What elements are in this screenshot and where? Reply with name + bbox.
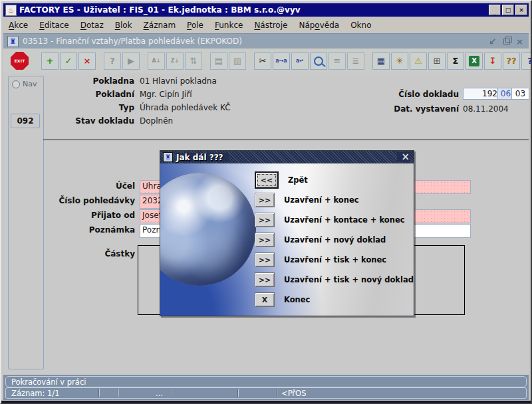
insert-record-icon[interactable]: + xyxy=(41,52,59,70)
help-icon[interactable]: ? xyxy=(521,52,532,70)
window-list-icon[interactable]: ▦ xyxy=(372,52,390,70)
export-icon-glyph: ↧ xyxy=(489,56,497,66)
mdi-minimize-icon[interactable]: ↙ xyxy=(489,37,496,46)
dialog-button-7[interactable]: X xyxy=(255,292,275,307)
status-separator xyxy=(118,389,119,397)
doc-number-part3[interactable]: 03 xyxy=(511,88,529,100)
status-ellipsis: ... xyxy=(156,388,163,398)
field-label-1: Pokladna xyxy=(50,76,134,86)
menu-item-editace[interactable]: Editace xyxy=(39,21,69,30)
copy-icon-glyph: a→a xyxy=(275,58,287,64)
menu-item-dotaz[interactable]: Dotaz xyxy=(80,21,104,30)
menu-item-funkce[interactable]: Funkce xyxy=(215,21,243,30)
dialog-icon: ♜ xyxy=(163,152,173,162)
sort-desc-icon[interactable]: Z↓ xyxy=(166,52,184,70)
dialog-button-label-4: Uzavření + nový doklad xyxy=(284,235,386,245)
context-help-icon-glyph: ?? xyxy=(506,56,516,66)
exit-button[interactable]: EXIT xyxy=(10,51,29,70)
menu-item-pole[interactable]: Pole xyxy=(187,21,203,30)
menu-item-nápověda[interactable]: Nápověda xyxy=(299,21,339,30)
execute-query-icon[interactable]: ▶ xyxy=(122,52,140,70)
separator-line xyxy=(43,140,529,140)
dialog-button-label-1: Zpět xyxy=(288,175,308,185)
menu-item-okno[interactable]: Okno xyxy=(350,21,371,30)
block-list-icon-glyph: ≡ xyxy=(334,56,341,66)
sum-icon[interactable]: Σ xyxy=(447,52,464,70)
status-separator xyxy=(172,389,172,397)
field-value-4: Doplněn xyxy=(140,116,173,126)
excel-icon[interactable]: X xyxy=(466,52,483,70)
find-icon[interactable] xyxy=(310,52,327,70)
dialog-action-row-2: >>Uzavření + konec xyxy=(255,191,359,209)
enter-query-icon[interactable]: ? xyxy=(104,52,121,70)
print-setup-icon[interactable]: ▥ xyxy=(229,52,246,70)
paste-icon-glyph: a↵ xyxy=(296,58,304,64)
dialog-button-3[interactable]: >> xyxy=(255,213,275,227)
dialog-button-6[interactable]: >> xyxy=(255,272,275,287)
issue-date-value: 08.11.2004 xyxy=(463,104,509,114)
paste-icon[interactable]: a↵ xyxy=(291,52,309,70)
status-separator xyxy=(238,389,239,397)
dialog-close-icon[interactable]: × xyxy=(397,152,410,162)
sort-asc-icon-glyph: A↓ xyxy=(152,58,161,64)
field-value-3: Úhrada pohledávek KČ xyxy=(140,103,231,112)
dialog-titlebar: ♜ Jak dál ??? × xyxy=(160,151,414,163)
dialog-button-2[interactable]: >> xyxy=(255,193,275,207)
dialog-button-label-6: Uzavření + tisk + nový doklad xyxy=(284,275,414,284)
mdi-window-title: 03513 - Finanční vztahy/Platba pohledáve… xyxy=(23,37,483,46)
detail-label-1: Účel xyxy=(15,181,135,191)
sort-asc-icon[interactable]: A↓ xyxy=(148,52,165,70)
enter-query-icon-glyph: ? xyxy=(110,56,115,66)
window-title: FACTORY ES - Uživatel : FIS_01 - Ek.jedn… xyxy=(19,5,487,15)
minimize-button[interactable]: _ xyxy=(489,5,501,15)
save-record-icon[interactable]: ✓ xyxy=(60,52,77,70)
dialog-body: <<Zpět>>Uzavření + konec>>Uzavření + kon… xyxy=(160,163,414,316)
close-button[interactable]: × xyxy=(515,5,527,15)
dialog-button-1[interactable]: << xyxy=(255,171,279,189)
menu-item-nástroje[interactable]: Nástroje xyxy=(254,21,287,30)
maximize-button[interactable]: □ xyxy=(502,5,514,15)
delete-record-icon[interactable]: × xyxy=(78,52,96,70)
nav-radio[interactable]: Nav xyxy=(12,80,37,88)
menu-item-akce[interactable]: Akce xyxy=(9,21,28,30)
print-setup-icon-glyph: ▥ xyxy=(233,56,241,66)
menu-item-blok[interactable]: Blok xyxy=(115,21,132,30)
sort-desc-icon-glyph: Z↓ xyxy=(171,58,180,64)
helm-icon[interactable]: ✳ xyxy=(391,52,408,70)
detail-label-3: Přijato od xyxy=(15,211,135,220)
mdi-restore-icon[interactable] xyxy=(503,39,510,45)
dialog-button-4[interactable]: >> xyxy=(255,233,275,247)
excel-glyph: X xyxy=(469,56,479,66)
toolbar: EXIT+✓×?▶A↓Z↓⇅▤▥✂a→aa↵≡≣▦✳⚠⊞ΣX↧??? xyxy=(3,49,529,74)
cut-icon-glyph: ✂ xyxy=(259,56,267,66)
context-help-icon[interactable]: ?? xyxy=(503,52,520,70)
print-icon[interactable]: ▤ xyxy=(210,52,227,70)
block-list-icon[interactable]: ≡ xyxy=(329,52,346,70)
dialog-button-label-7: Konec xyxy=(284,295,310,304)
dialog-button-5[interactable]: >> xyxy=(255,252,275,267)
export-icon[interactable]: ↧ xyxy=(484,52,501,70)
block-code-field[interactable]: 092 xyxy=(11,114,40,128)
dialog-action-row-3: >>Uzavření + kontace + konec xyxy=(255,211,405,229)
status-row2: Záznam: 1/1 ... <PřOS xyxy=(5,387,527,399)
field-label-2: Pokladní xyxy=(50,90,134,99)
cut-icon[interactable]: ✂ xyxy=(254,52,271,70)
sum-icon-glyph: Σ xyxy=(453,56,459,66)
menu-item-záznam[interactable]: Záznam xyxy=(144,21,176,30)
titlebar: ♨ FACTORY ES - Uživatel : FIS_01 - Ek.je… xyxy=(3,3,529,17)
status-separator xyxy=(99,389,100,397)
block-tree-icon[interactable]: ≣ xyxy=(347,52,364,70)
dialog-action-row-6: >>Uzavření + tisk + nový doklad xyxy=(255,271,414,288)
alert-icon[interactable]: ⚠ xyxy=(410,52,427,70)
mdi-close-icon[interactable]: × xyxy=(516,37,523,46)
sort-multi-icon[interactable]: ⇅ xyxy=(185,52,202,70)
magnifier-glyph xyxy=(314,56,323,66)
dialog-button-label-2: Uzavření + konec xyxy=(284,195,359,205)
insert-record-icon-glyph: + xyxy=(47,56,54,66)
doc-number-main[interactable]: 192 xyxy=(463,88,500,100)
calculator-icon[interactable]: ⊞ xyxy=(428,52,446,70)
mdi-titlebar: ♜ 03513 - Finanční vztahy/Platba pohledá… xyxy=(3,33,529,49)
help-icon-glyph: ? xyxy=(527,56,532,66)
alert-icon-glyph: ⚠ xyxy=(414,56,422,66)
copy-icon[interactable]: a→a xyxy=(273,52,290,70)
